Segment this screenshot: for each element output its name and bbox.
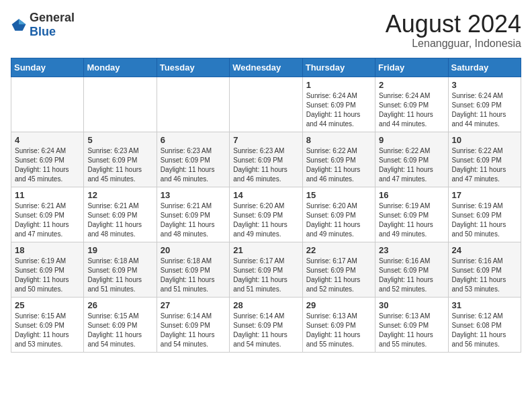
daylight-hours: Daylight: 11 hours bbox=[87, 221, 142, 228]
calendar-cell: 4Sunrise: 6:24 AMSunset: 6:09 PMDaylight… bbox=[11, 132, 84, 187]
day-info: Sunrise: 6:16 AMSunset: 6:09 PMDaylight:… bbox=[452, 257, 517, 294]
day-number: 12 bbox=[87, 190, 152, 200]
daylight-hours: Daylight: 11 hours bbox=[233, 166, 287, 173]
calendar-cell bbox=[157, 77, 229, 132]
daylight-hours: Daylight: 11 hours bbox=[233, 221, 287, 228]
calendar-cell: 1Sunrise: 6:24 AMSunset: 6:09 PMDaylight… bbox=[302, 77, 375, 132]
calendar-cell: 10Sunrise: 6:22 AMSunset: 6:09 PMDayligh… bbox=[448, 132, 521, 187]
day-number: 6 bbox=[161, 135, 226, 145]
daylight-hours: Daylight: 11 hours bbox=[452, 331, 506, 338]
day-number: 24 bbox=[452, 245, 517, 255]
day-info: Sunrise: 6:14 AMSunset: 6:09 PMDaylight:… bbox=[161, 312, 226, 349]
daylight-hours: Daylight: 11 hours bbox=[379, 276, 433, 283]
calendar-cell: 16Sunrise: 6:19 AMSunset: 6:09 PMDayligh… bbox=[375, 187, 448, 242]
weekday-header-monday: Monday bbox=[84, 58, 157, 77]
day-number: 26 bbox=[87, 300, 152, 310]
daylight-hours: Daylight: 11 hours bbox=[306, 331, 361, 338]
weekday-header-saturday: Saturday bbox=[448, 58, 521, 77]
calendar-cell: 17Sunrise: 6:19 AMSunset: 6:09 PMDayligh… bbox=[448, 187, 521, 242]
calendar-cell bbox=[11, 77, 84, 132]
calendar-cell: 27Sunrise: 6:14 AMSunset: 6:09 PMDayligh… bbox=[157, 297, 229, 352]
daylight-hours: Daylight: 11 hours bbox=[379, 221, 433, 228]
calendar-cell: 30Sunrise: 6:13 AMSunset: 6:09 PMDayligh… bbox=[375, 297, 448, 352]
daylight-hours: Daylight: 11 hours bbox=[379, 166, 433, 173]
daylight-hours: Daylight: 11 hours bbox=[452, 221, 506, 228]
daylight-hours: Daylight: 11 hours bbox=[306, 276, 361, 283]
day-info: Sunrise: 6:12 AMSunset: 6:08 PMDaylight:… bbox=[452, 312, 517, 349]
day-number: 14 bbox=[233, 190, 298, 200]
day-info: Sunrise: 6:15 AMSunset: 6:09 PMDaylight:… bbox=[87, 312, 152, 349]
day-number: 17 bbox=[452, 190, 517, 200]
calendar-cell: 19Sunrise: 6:18 AMSunset: 6:09 PMDayligh… bbox=[84, 242, 157, 297]
daylight-hours: Daylight: 11 hours bbox=[306, 166, 361, 173]
calendar-cell: 2Sunrise: 6:24 AMSunset: 6:09 PMDaylight… bbox=[375, 77, 448, 132]
day-number: 3 bbox=[452, 80, 517, 90]
calendar-cell: 18Sunrise: 6:19 AMSunset: 6:09 PMDayligh… bbox=[11, 242, 84, 297]
calendar-cell: 3Sunrise: 6:24 AMSunset: 6:09 PMDaylight… bbox=[448, 77, 521, 132]
weekday-header-row: SundayMondayTuesdayWednesdayThursdayFrid… bbox=[11, 58, 521, 77]
daylight-hours: Daylight: 11 hours bbox=[233, 331, 287, 338]
day-info: Sunrise: 6:17 AMSunset: 6:09 PMDaylight:… bbox=[306, 257, 371, 294]
calendar-cell: 15Sunrise: 6:20 AMSunset: 6:09 PMDayligh… bbox=[302, 187, 375, 242]
calendar-week-5: 25Sunrise: 6:15 AMSunset: 6:09 PMDayligh… bbox=[11, 297, 521, 352]
day-number: 2 bbox=[379, 80, 444, 90]
logo: General Blue bbox=[11, 11, 75, 39]
day-number: 20 bbox=[161, 245, 226, 255]
calendar-cell: 9Sunrise: 6:22 AMSunset: 6:09 PMDaylight… bbox=[375, 132, 448, 187]
daylight-hours: Daylight: 11 hours bbox=[161, 166, 215, 173]
day-info: Sunrise: 6:24 AMSunset: 6:09 PMDaylight:… bbox=[306, 91, 371, 129]
calendar-cell: 14Sunrise: 6:20 AMSunset: 6:09 PMDayligh… bbox=[230, 187, 302, 242]
daylight-hours: Daylight: 11 hours bbox=[15, 331, 69, 338]
day-info: Sunrise: 6:22 AMSunset: 6:09 PMDaylight:… bbox=[306, 146, 371, 184]
daylight-hours: Daylight: 11 hours bbox=[161, 331, 215, 338]
day-number: 16 bbox=[379, 190, 444, 200]
day-number: 9 bbox=[379, 135, 444, 145]
day-info: Sunrise: 6:20 AMSunset: 6:09 PMDaylight:… bbox=[306, 201, 371, 239]
calendar-week-1: 1Sunrise: 6:24 AMSunset: 6:09 PMDaylight… bbox=[11, 77, 521, 132]
daylight-hours: Daylight: 11 hours bbox=[379, 331, 433, 338]
calendar-cell: 20Sunrise: 6:18 AMSunset: 6:09 PMDayligh… bbox=[157, 242, 229, 297]
day-number: 30 bbox=[379, 300, 444, 310]
day-info: Sunrise: 6:21 AMSunset: 6:09 PMDaylight:… bbox=[87, 201, 152, 239]
day-info: Sunrise: 6:22 AMSunset: 6:09 PMDaylight:… bbox=[379, 146, 444, 184]
day-info: Sunrise: 6:18 AMSunset: 6:09 PMDaylight:… bbox=[161, 257, 226, 294]
day-number: 15 bbox=[306, 190, 371, 200]
daylight-hours: Daylight: 11 hours bbox=[15, 276, 69, 283]
calendar-cell: 28Sunrise: 6:14 AMSunset: 6:09 PMDayligh… bbox=[230, 297, 302, 352]
calendar-cell: 13Sunrise: 6:21 AMSunset: 6:09 PMDayligh… bbox=[157, 187, 229, 242]
calendar-cell: 31Sunrise: 6:12 AMSunset: 6:08 PMDayligh… bbox=[448, 297, 521, 352]
day-info: Sunrise: 6:19 AMSunset: 6:09 PMDaylight:… bbox=[15, 257, 80, 294]
calendar-cell: 8Sunrise: 6:22 AMSunset: 6:09 PMDaylight… bbox=[302, 132, 375, 187]
weekday-header-thursday: Thursday bbox=[302, 58, 375, 77]
daylight-hours: Daylight: 11 hours bbox=[306, 111, 361, 118]
logo-blue-text: Blue bbox=[30, 25, 56, 38]
weekday-header-friday: Friday bbox=[375, 58, 448, 77]
location-title: Lenangguar, Indonesia bbox=[386, 38, 521, 50]
daylight-hours: Daylight: 11 hours bbox=[87, 166, 142, 173]
logo-icon bbox=[11, 17, 27, 33]
calendar-cell bbox=[84, 77, 157, 132]
day-number: 11 bbox=[15, 190, 80, 200]
day-info: Sunrise: 6:20 AMSunset: 6:09 PMDaylight:… bbox=[233, 201, 298, 239]
day-number: 4 bbox=[15, 135, 80, 145]
calendar-cell: 21Sunrise: 6:17 AMSunset: 6:09 PMDayligh… bbox=[230, 242, 302, 297]
day-number: 13 bbox=[161, 190, 226, 200]
weekday-header-wednesday: Wednesday bbox=[230, 58, 302, 77]
daylight-hours: Daylight: 11 hours bbox=[306, 221, 361, 228]
daylight-hours: Daylight: 11 hours bbox=[452, 166, 506, 173]
day-info: Sunrise: 6:24 AMSunset: 6:09 PMDaylight:… bbox=[15, 146, 80, 184]
day-number: 7 bbox=[233, 135, 298, 145]
day-info: Sunrise: 6:23 AMSunset: 6:09 PMDaylight:… bbox=[161, 146, 226, 184]
day-number: 18 bbox=[15, 245, 80, 255]
daylight-hours: Daylight: 11 hours bbox=[233, 276, 287, 283]
day-info: Sunrise: 6:17 AMSunset: 6:09 PMDaylight:… bbox=[233, 257, 298, 294]
calendar-cell: 26Sunrise: 6:15 AMSunset: 6:09 PMDayligh… bbox=[84, 297, 157, 352]
calendar-cell: 25Sunrise: 6:15 AMSunset: 6:09 PMDayligh… bbox=[11, 297, 84, 352]
calendar-week-4: 18Sunrise: 6:19 AMSunset: 6:09 PMDayligh… bbox=[11, 242, 521, 297]
calendar-cell: 29Sunrise: 6:13 AMSunset: 6:09 PMDayligh… bbox=[302, 297, 375, 352]
day-info: Sunrise: 6:21 AMSunset: 6:09 PMDaylight:… bbox=[161, 201, 226, 239]
day-info: Sunrise: 6:22 AMSunset: 6:09 PMDaylight:… bbox=[452, 146, 517, 184]
day-number: 19 bbox=[87, 245, 152, 255]
daylight-hours: Daylight: 11 hours bbox=[452, 276, 506, 283]
calendar-week-2: 4Sunrise: 6:24 AMSunset: 6:09 PMDaylight… bbox=[11, 132, 521, 187]
